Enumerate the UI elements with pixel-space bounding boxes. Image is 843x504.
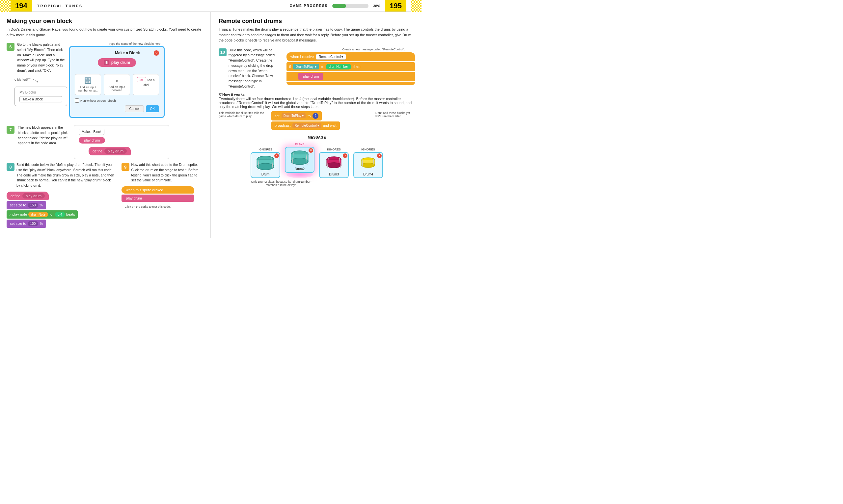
broadcast-dropdown: ▾: [318, 124, 319, 127]
broadcast-msg: RemoteControl ▾: [292, 123, 321, 128]
add-input-boolean-label: Add an input boolean: [109, 85, 125, 92]
play-drum-define-label: play drum: [22, 193, 45, 198]
step-6-text: Go to the blocks palette and select "My …: [17, 42, 66, 73]
step-9-header: 9 Now add this short code to the Drum sp…: [122, 162, 202, 183]
to-label: to: [308, 114, 310, 118]
drum-4-container: IGNORES ✕ Drum4: [353, 148, 383, 178]
step-6-num: 6: [6, 43, 15, 51]
rc-section-title: Remote control drums: [219, 18, 415, 25]
cancel-button[interactable]: Cancel: [125, 105, 144, 112]
drum-3-sprite[interactable]: ✕ Drum3: [319, 152, 349, 178]
drum-to-play-hex: DrumToPlay ▾: [293, 64, 319, 70]
beats-label: beats: [66, 212, 75, 216]
remote-control-msg[interactable]: RemoteControl ▾: [316, 54, 346, 59]
add-label-option[interactable]: text Add a label: [133, 74, 159, 95]
play-note-label: play note: [13, 212, 27, 216]
step-7-num: 7: [6, 126, 15, 134]
dialog-options: 🔢 Add an input number or text ⬦ Add an i…: [75, 74, 159, 95]
drum-4-close[interactable]: ✕: [377, 154, 382, 158]
define-play-drum-block: define play drum: [89, 147, 131, 156]
page-number-right: 195: [385, 0, 406, 12]
trash-icon: 🗑: [104, 60, 109, 65]
drum-2-label: Drum2: [287, 167, 312, 171]
main-content: Making your own block In Dog's Dinner an…: [0, 12, 422, 238]
drum-3-container: IGNORES ✕ Drum3: [319, 148, 349, 178]
if-body: play drum: [286, 72, 415, 81]
step-7-define-area: define play drum: [79, 147, 164, 156]
drum-1-container: IGNORES ✕ Drum: [251, 148, 280, 178]
percent-label-1: %: [39, 203, 43, 207]
when-receive-label: when I receive: [290, 55, 314, 59]
drum-3-close[interactable]: ✕: [343, 154, 347, 158]
define-block: define play drum: [6, 192, 49, 200]
drum-2-sprite[interactable]: ✕ Drum2: [285, 147, 315, 173]
ok-button[interactable]: OK: [146, 105, 159, 112]
dropdown-arrow: ▾: [341, 55, 343, 59]
callout-arrow-click: [24, 78, 41, 85]
remote-control-text: RemoteControl: [319, 55, 341, 59]
set-block: set DrumToPlay ▾ to 2: [271, 111, 322, 121]
if-block: if DrumToPlay ▾ = drumNumber then: [286, 62, 415, 71]
step-10-area: 10 Build this code, which will be trigge…: [219, 48, 415, 89]
step-10-left: 10 Build this code, which will be trigge…: [219, 48, 280, 89]
drums-area: IGNORES ✕ Drum: [219, 143, 415, 178]
dropdown-hex-arrow: ▾: [315, 65, 317, 69]
drum-1-label: Drum: [253, 173, 277, 176]
make-block-button[interactable]: Make a Block: [19, 96, 62, 102]
drum-2-close[interactable]: ✕: [308, 148, 313, 153]
my-blocks-area: Click here. My Blocks Make a Block: [15, 78, 67, 108]
play-drum-rc-block: play drum: [298, 73, 323, 80]
step-10-text: Build this code, which will be triggered…: [229, 48, 280, 89]
for-label: for: [49, 212, 54, 216]
drum-3-label: Drum3: [322, 173, 346, 176]
set-broadcast-blocks: set DrumToPlay ▾ to 2 broadcast RemoteCo…: [271, 111, 369, 131]
left-section-intro: In Dog's Dinner and Glacier Race, you fo…: [6, 27, 202, 38]
dialog-close-button[interactable]: ✕: [154, 50, 159, 56]
value-2-circle: 2: [312, 113, 319, 119]
then-label: then: [353, 65, 360, 69]
define-word: define: [11, 194, 20, 198]
progress-label: GAME PROGRESS: [290, 4, 328, 7]
input-number-icon: 🔢: [77, 77, 99, 84]
step-10-row: 10 Build this code, which will be trigge…: [219, 48, 280, 89]
drum-4-label: Drum4: [356, 173, 380, 176]
step-6-row: 6 Go to the blocks palette and select "M…: [6, 42, 202, 121]
rc-code-stack: when I receive RemoteControl ▾ if DrumTo…: [286, 52, 415, 88]
add-input-number-option[interactable]: 🔢 Add an input number or text: [75, 74, 101, 95]
how-it-works-text: Eventually there will be four drums numb…: [219, 97, 412, 109]
dialog-callout-text: Type the name of the new block in here.: [69, 42, 161, 46]
refresh-checkbox[interactable]: [75, 98, 79, 103]
step-9-num: 9: [122, 163, 129, 171]
dont-add-callout: Don't add these blocks yet – we'll use t…: [375, 111, 415, 118]
if-end-cap: [286, 82, 415, 85]
drum-number-hex: drumNumber: [326, 64, 351, 70]
drum-to-play-var: DrumToPlay ▾: [282, 113, 306, 118]
and-wait-label: and wait: [323, 123, 337, 127]
dialog-block-preview: 🗑 play drum: [75, 58, 159, 71]
step-6-content: 6 Go to the blocks palette and select "M…: [6, 42, 66, 73]
step-9-text: Now add this short code to the Drum spri…: [131, 162, 202, 183]
add-input-boolean-option[interactable]: ⬦ Add an input boolean: [104, 74, 130, 95]
dialog-title: Make a Block: [115, 51, 140, 55]
play-drum-palette-block[interactable]: play drum: [79, 137, 105, 144]
step-8-header: 8 Build this code below the "define play…: [6, 162, 115, 188]
percent-label-2: %: [39, 221, 43, 226]
drum-4-sprite[interactable]: ✕ Drum4: [353, 152, 383, 178]
how-it-works: ▽ How it works Eventually there will be …: [219, 92, 415, 109]
drum-1-sprite[interactable]: ✕ Drum: [251, 152, 280, 178]
svg-point-7: [291, 158, 308, 165]
header-right: GAME PROGRESS 38% 195: [290, 0, 422, 12]
when-receive-block: when I receive RemoteControl ▾: [286, 52, 415, 61]
set-size-150-block: set size to 150 %: [6, 201, 115, 210]
make-block-palette-btn[interactable]: Make a Block: [79, 129, 104, 135]
drum-1-close[interactable]: ✕: [274, 154, 279, 158]
progress-percent: 38%: [373, 4, 380, 8]
drum2-callout: Only Drum2 plays, because its "drumNumbe…: [248, 180, 314, 187]
step-8-code: define play drum set size to 150 % ♪ pla…: [6, 192, 115, 229]
play-drum-inner: play drum: [104, 148, 127, 154]
set-size-label-2: set size to: [10, 221, 26, 226]
steps-8-9: 8 Build this code below the "define play…: [6, 162, 202, 232]
beats-value: 0.4: [55, 212, 65, 217]
play-note-block: ♪ play note drumNote for 0.4 beats: [6, 210, 78, 219]
drum-4-image: [358, 155, 378, 172]
